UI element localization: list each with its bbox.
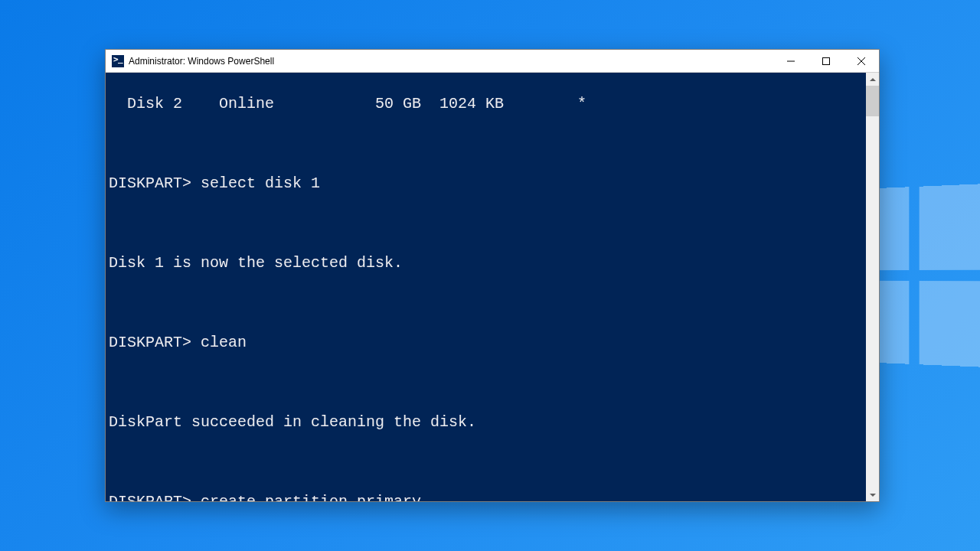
prompt: DISKPART> [109,174,191,192]
command: clean [201,334,247,351]
terminal-line [109,134,866,154]
command: select disk 1 [201,174,320,192]
maximize-icon [822,57,830,65]
scroll-up-button[interactable] [866,73,879,86]
terminal-output[interactable]: Disk 2 Online 50 GB 1024 KB * DISKPART> … [106,73,866,501]
terminal-line: Disk 2 Online 50 GB 1024 KB * [109,94,866,114]
titlebar[interactable]: Administrator: Windows PowerShell [106,50,879,73]
powershell-icon [112,55,124,67]
terminal-line [109,214,866,233]
close-button[interactable] [844,50,879,73]
minimize-icon [787,57,795,65]
terminal-line: Disk 1 is now the selected disk. [109,253,866,273]
prompt: DISKPART> [109,334,191,351]
command: create partition primary [201,493,421,501]
scroll-down-button[interactable] [866,488,879,501]
svg-rect-1 [823,57,830,64]
terminal-line [109,293,866,313]
terminal-line [109,373,866,393]
window-title: Administrator: Windows PowerShell [129,56,274,67]
chevron-down-icon [870,494,876,497]
scroll-thumb[interactable] [866,86,879,116]
maximize-button[interactable] [808,50,844,73]
powershell-window: Administrator: Windows PowerShell Disk 2… [105,49,880,502]
close-icon [858,57,865,65]
minimize-button[interactable] [773,50,808,73]
terminal-line: DISKPART> create partition primary [109,492,866,501]
terminal-line: DiskPart succeeded in cleaning the disk. [109,412,866,432]
prompt: DISKPART> [109,493,191,501]
terminal-line [109,452,866,472]
scroll-track[interactable] [866,86,879,488]
vertical-scrollbar[interactable] [866,73,879,501]
chevron-up-icon [870,78,876,81]
terminal-line: DISKPART> select disk 1 [109,174,866,194]
terminal-line: DISKPART> clean [109,333,866,353]
